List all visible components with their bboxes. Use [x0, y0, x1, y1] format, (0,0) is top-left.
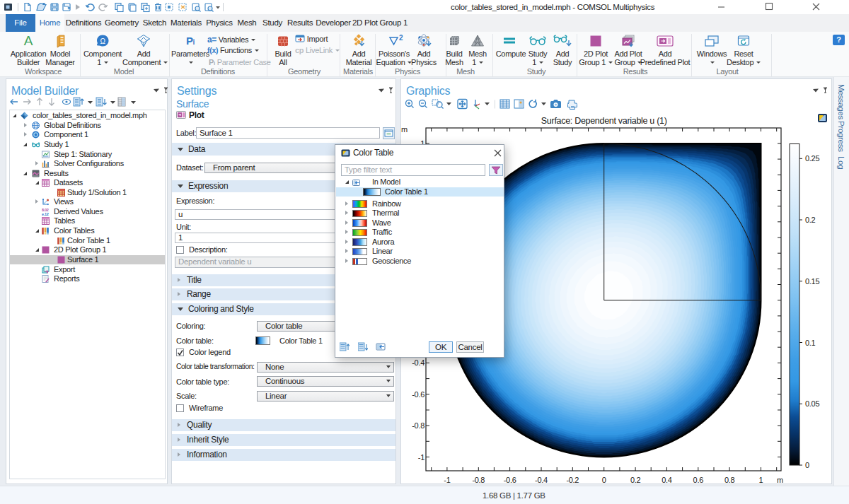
svg-text:0.2: 0.2	[630, 476, 641, 484]
svg-text:1: 1	[759, 476, 763, 484]
svg-text:-0.4: -0.4	[535, 476, 548, 484]
svg-text:0.2: 0.2	[805, 216, 816, 224]
svg-text:m: m	[777, 476, 783, 484]
svg-text:2: 2	[399, 34, 403, 42]
svg-text:-1: -1	[418, 453, 424, 462]
svg-text:0.8: 0.8	[724, 476, 735, 484]
svg-text:0: 0	[805, 461, 809, 469]
svg-text:0.05: 0.05	[805, 399, 819, 408]
svg-text:0: 0	[602, 476, 606, 484]
svg-text:Ω: Ω	[100, 37, 105, 45]
svg-text:0.25: 0.25	[805, 154, 819, 163]
svg-text:-0.6: -0.6	[504, 476, 516, 484]
svg-text:0.15: 0.15	[805, 277, 819, 286]
svg-text:Surface: Dependent variable u: Surface: Dependent variable u (1)	[541, 116, 667, 126]
svg-text:0.4: 0.4	[662, 476, 672, 484]
svg-text:0.6: 0.6	[693, 476, 704, 484]
svg-text:-0.8: -0.8	[412, 421, 424, 430]
svg-text:0.1: 0.1	[805, 339, 816, 347]
svg-text:-0.2: -0.2	[566, 476, 579, 484]
svg-text:-1: -1	[444, 476, 450, 484]
svg-text:m: m	[401, 125, 408, 134]
svg-text:-0.6: -0.6	[412, 390, 424, 399]
svg-text:-0.8: -0.8	[472, 476, 485, 484]
svg-text:-0.4: -0.4	[412, 358, 424, 367]
